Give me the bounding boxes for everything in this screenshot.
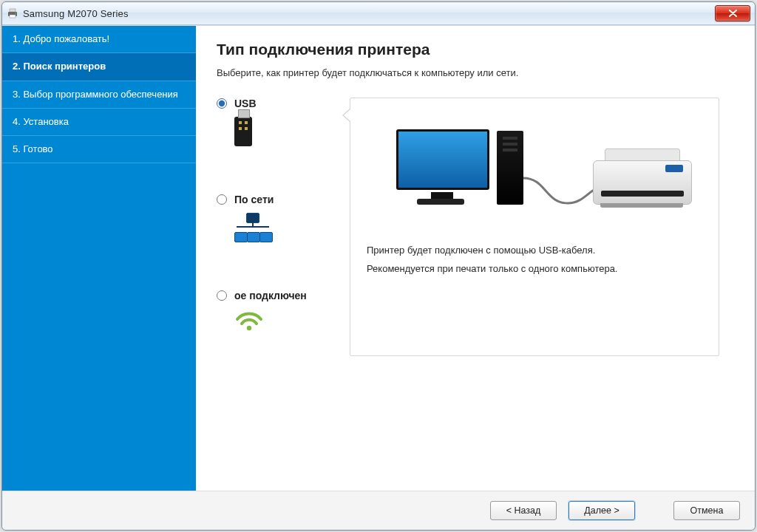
- sidebar-step-done[interactable]: 5. Готово: [2, 136, 196, 163]
- radio-network[interactable]: [217, 194, 227, 205]
- next-button[interactable]: Далее >: [568, 501, 635, 520]
- wifi-icon: [234, 309, 350, 334]
- option-wireless[interactable]: ое подключен: [217, 290, 350, 334]
- option-usb-label: USB: [234, 98, 257, 109]
- sidebar-step-welcome[interactable]: 1. Добро пожаловать!: [2, 26, 196, 53]
- installer-window: Samsung M2070 Series 1. Добро пожаловать…: [1, 1, 756, 531]
- wizard-footer: < Назад Далее > Отмена: [2, 491, 755, 530]
- cancel-button[interactable]: Отмена: [673, 501, 740, 520]
- option-network[interactable]: По сети: [217, 194, 350, 245]
- titlebar[interactable]: Samsung M2070 Series: [2, 2, 755, 25]
- option-usb[interactable]: USB: [217, 98, 350, 149]
- radio-usb[interactable]: [217, 98, 227, 109]
- connection-preview: Принтер будет подключен с помощью USB-ка…: [350, 98, 719, 356]
- connection-options: USB По сети: [217, 98, 350, 334]
- connection-illustration: [367, 125, 702, 221]
- preview-text-1: Принтер будет подключен с помощью USB-ка…: [367, 242, 702, 260]
- option-wireless-label: ое подключен: [234, 290, 307, 301]
- sidebar-step-install[interactable]: 4. Установка: [2, 109, 196, 136]
- main-panel: Тип подключения принтера Выберите, как п…: [196, 26, 755, 491]
- svg-point-3: [15, 13, 16, 14]
- option-network-label: По сети: [234, 194, 274, 205]
- svg-point-4: [247, 326, 251, 330]
- network-icon: [234, 213, 350, 245]
- preview-text-2: Рекомендуется при печати только с одного…: [367, 260, 702, 279]
- page-title: Тип подключения принтера: [217, 41, 734, 58]
- sidebar-step-search[interactable]: 2. Поиск принтеров: [2, 53, 196, 81]
- svg-rect-2: [10, 15, 16, 18]
- radio-wireless[interactable]: [217, 290, 227, 301]
- window-title: Samsung M2070 Series: [23, 8, 129, 19]
- svg-rect-1: [10, 9, 16, 12]
- back-button[interactable]: < Назад: [490, 501, 557, 520]
- page-subtitle: Выберите, как принтер будет подключаться…: [217, 67, 734, 78]
- wizard-sidebar: 1. Добро пожаловать! 2. Поиск принтеров …: [2, 26, 196, 491]
- sidebar-step-software[interactable]: 3. Выбор программного обеспечения: [2, 81, 196, 109]
- usb-plug-icon: [234, 117, 350, 149]
- printer-app-icon: [7, 7, 18, 19]
- close-button[interactable]: [715, 5, 750, 21]
